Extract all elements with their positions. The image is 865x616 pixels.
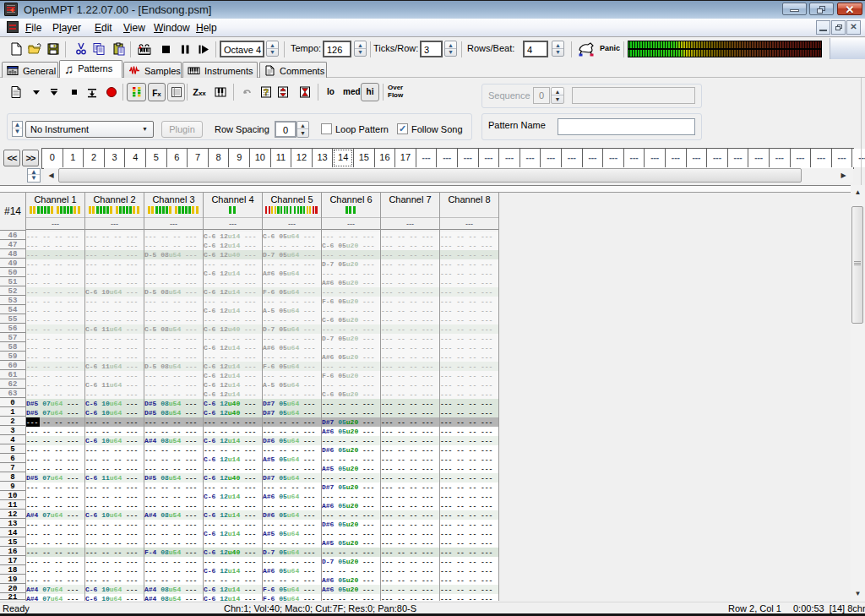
svg-text:?: ? [264, 88, 269, 97]
